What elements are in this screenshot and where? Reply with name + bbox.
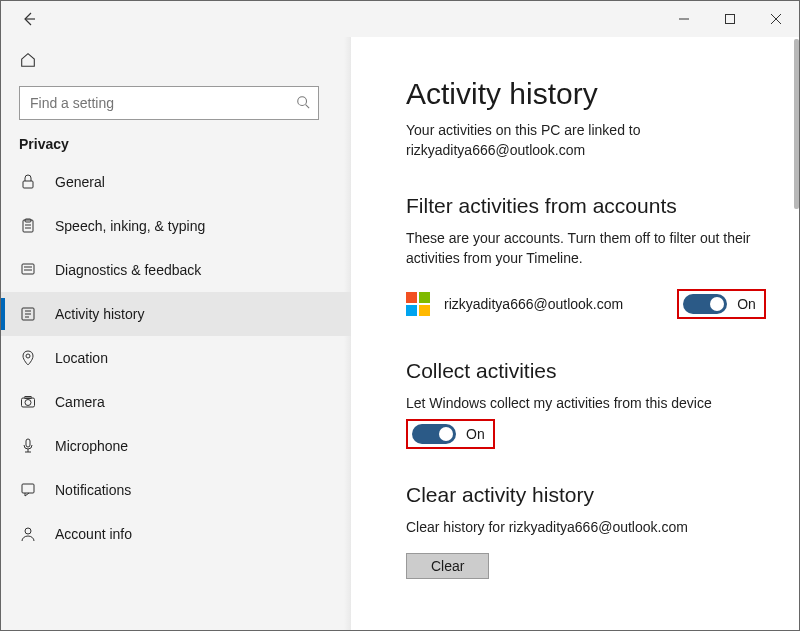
search-field[interactable] — [28, 94, 296, 112]
sidebar-item-label: Location — [55, 350, 108, 366]
filter-heading: Filter activities from accounts — [406, 194, 799, 218]
camera-icon — [19, 393, 37, 411]
back-button[interactable] — [11, 1, 47, 37]
filter-toggle-label: On — [737, 296, 756, 312]
filter-toggle-highlight: On — [677, 289, 766, 319]
scrollbar[interactable] — [793, 39, 799, 628]
close-button[interactable] — [753, 1, 799, 37]
collect-toggle[interactable] — [412, 424, 456, 444]
svg-rect-6 — [23, 181, 33, 188]
svg-rect-1 — [726, 15, 735, 24]
mic-icon — [19, 437, 37, 455]
sidebar-item-label: Speech, inking, & typing — [55, 218, 205, 234]
sidebar-item-label: Diagnostics & feedback — [55, 262, 201, 278]
sidebar-item-label: Notifications — [55, 482, 131, 498]
sidebar-item-microphone[interactable]: Microphone — [1, 424, 351, 468]
sidebar: Privacy General Speech, inking, & typing… — [1, 37, 351, 630]
main-panel: Activity history Your activities on this… — [351, 37, 799, 630]
home-icon — [19, 51, 39, 71]
collect-description: Let Windows collect my activities from t… — [406, 393, 786, 413]
search-icon — [296, 95, 310, 112]
microsoft-logo-icon — [406, 292, 430, 316]
feedback-icon — [19, 261, 37, 279]
filter-toggle[interactable] — [683, 294, 727, 314]
svg-point-18 — [26, 354, 30, 358]
window-titlebar — [1, 1, 799, 37]
scrollbar-thumb[interactable] — [794, 39, 799, 209]
collect-heading: Collect activities — [406, 359, 799, 383]
sidebar-item-label: General — [55, 174, 105, 190]
page-title: Activity history — [406, 77, 799, 111]
sidebar-item-label: Account info — [55, 526, 132, 542]
page-subtitle: Your activities on this PC are linked to… — [406, 121, 756, 160]
maximize-button[interactable] — [707, 1, 753, 37]
account-email: rizkyaditya666@outlook.com — [444, 296, 623, 312]
svg-point-4 — [298, 96, 307, 105]
clear-heading: Clear activity history — [406, 483, 799, 507]
svg-rect-11 — [22, 264, 34, 274]
home-button[interactable] — [1, 45, 351, 82]
sidebar-item-location[interactable]: Location — [1, 336, 351, 380]
clear-button[interactable]: Clear — [406, 553, 489, 579]
svg-point-20 — [25, 400, 31, 406]
svg-line-5 — [306, 104, 310, 108]
collect-toggle-highlight: On — [406, 419, 495, 449]
sidebar-item-notifications[interactable]: Notifications — [1, 468, 351, 512]
bubble-icon — [19, 481, 37, 499]
svg-rect-22 — [26, 439, 30, 447]
account-row: rizkyaditya666@outlook.com On — [406, 289, 799, 319]
sidebar-item-diagnostics[interactable]: Diagnostics & feedback — [1, 248, 351, 292]
sidebar-item-speech[interactable]: Speech, inking, & typing — [1, 204, 351, 248]
sidebar-item-label: Camera — [55, 394, 105, 410]
pin-icon — [19, 349, 37, 367]
history-icon — [19, 305, 37, 323]
sidebar-section-title: Privacy — [1, 130, 351, 160]
search-input[interactable] — [19, 86, 319, 120]
minimize-button[interactable] — [661, 1, 707, 37]
sidebar-item-general[interactable]: General — [1, 160, 351, 204]
sidebar-item-label: Microphone — [55, 438, 128, 454]
clear-description: Clear history for rizkyaditya666@outlook… — [406, 517, 786, 537]
sidebar-item-account-info[interactable]: Account info — [1, 512, 351, 556]
sidebar-item-camera[interactable]: Camera — [1, 380, 351, 424]
sidebar-item-label: Activity history — [55, 306, 144, 322]
clipboard-icon — [19, 217, 37, 235]
window-controls — [661, 1, 799, 37]
collect-toggle-label: On — [466, 426, 485, 442]
svg-point-26 — [25, 528, 31, 534]
person-icon — [19, 525, 37, 543]
lock-icon — [19, 173, 37, 191]
filter-description: These are your accounts. Turn them off t… — [406, 228, 786, 269]
svg-rect-25 — [22, 484, 34, 493]
sidebar-item-activity-history[interactable]: Activity history — [1, 292, 351, 336]
